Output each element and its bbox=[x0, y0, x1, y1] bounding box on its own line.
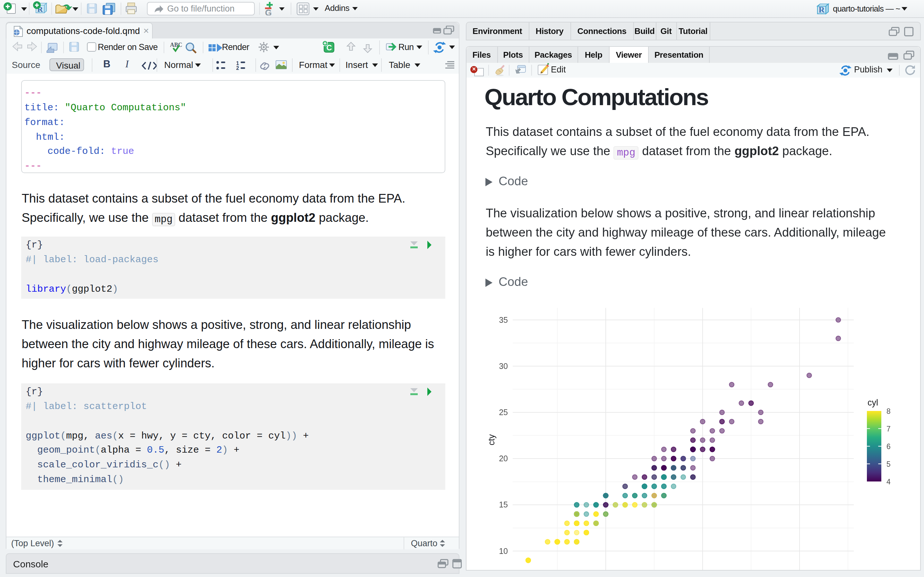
svg-text:15: 15 bbox=[499, 500, 507, 509]
svg-text:2: 2 bbox=[236, 65, 239, 70]
svg-text:G: G bbox=[265, 8, 272, 15]
svg-text:R: R bbox=[819, 5, 825, 14]
svg-text:4: 4 bbox=[886, 477, 890, 486]
svg-text:35: 35 bbox=[499, 315, 507, 324]
svg-text:10: 10 bbox=[499, 546, 507, 555]
svg-text:6: 6 bbox=[886, 442, 890, 450]
svg-text:7: 7 bbox=[886, 424, 890, 433]
svg-text:cty: cty bbox=[486, 434, 496, 445]
svg-text:ABC: ABC bbox=[170, 42, 182, 48]
svg-text:20: 20 bbox=[499, 454, 507, 463]
svg-text:25: 25 bbox=[499, 408, 507, 417]
svg-text:8: 8 bbox=[886, 407, 890, 415]
svg-text:30: 30 bbox=[499, 361, 507, 370]
svg-text:cyl: cyl bbox=[867, 398, 878, 408]
svg-text:5: 5 bbox=[886, 460, 890, 468]
